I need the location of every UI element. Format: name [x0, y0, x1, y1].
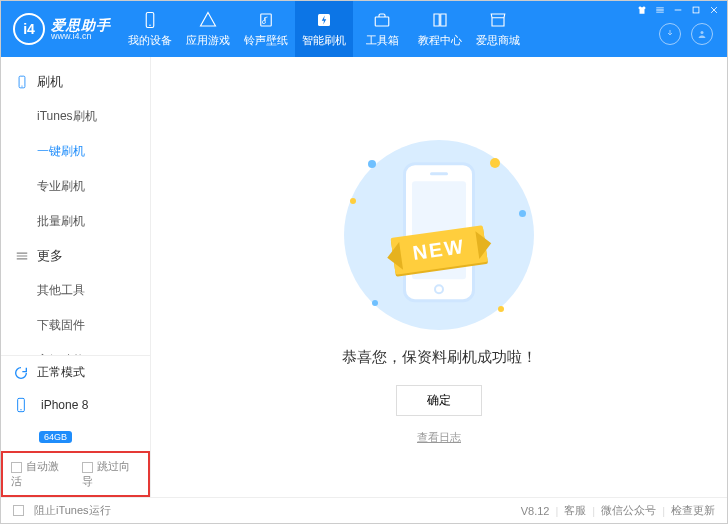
svg-point-11	[20, 409, 21, 410]
nav-my-device[interactable]: 我的设备	[121, 1, 179, 57]
nav-label: 智能刷机	[302, 33, 346, 48]
support-link[interactable]: 客服	[564, 503, 586, 518]
titlebar-shirt-icon[interactable]	[637, 5, 647, 15]
download-button[interactable]	[659, 23, 681, 45]
cat-label: 更多	[37, 247, 63, 265]
storage-badge: 64GB	[39, 431, 72, 443]
apps-icon	[199, 11, 217, 29]
menu-icon	[15, 249, 29, 263]
brand-url: www.i4.cn	[51, 32, 111, 41]
view-log-link[interactable]: 查看日志	[417, 430, 461, 445]
nav-label: 铃声壁纸	[244, 33, 288, 48]
sidebar-cat-flash: 刷机	[1, 65, 150, 99]
nav-toolbox[interactable]: 工具箱	[353, 1, 411, 57]
titlebar-minimize-icon[interactable]	[673, 5, 683, 15]
auto-activate-checkbox[interactable]: 自动激活	[11, 459, 70, 489]
device-name: iPhone 8	[41, 398, 88, 412]
music-icon	[257, 11, 275, 29]
nav-label: 爱思商城	[476, 33, 520, 48]
device-status[interactable]: iPhone 8 64GB	[1, 389, 150, 451]
wechat-link[interactable]: 微信公众号	[601, 503, 656, 518]
titlebar-close-icon[interactable]	[709, 5, 719, 15]
logo-icon: i4	[13, 13, 45, 45]
titlebar-maximize-icon[interactable]	[691, 5, 701, 15]
success-illustration: NEW	[344, 140, 534, 330]
sidebar-item-oneclick[interactable]: 一键刷机	[1, 134, 150, 169]
block-itunes-checkbox[interactable]: 阻止iTunes运行	[13, 503, 111, 518]
flash-icon	[315, 11, 333, 29]
nav-tutorial[interactable]: 教程中心	[411, 1, 469, 57]
ok-button[interactable]: 确定	[396, 385, 482, 416]
nav-flash[interactable]: 智能刷机	[295, 1, 353, 57]
svg-rect-1	[693, 7, 699, 13]
nav-label: 我的设备	[128, 33, 172, 48]
footer-label: 阻止iTunes运行	[34, 503, 111, 518]
skip-guide-checkbox[interactable]: 跳过向导	[82, 459, 141, 489]
sidebar-item-firmware[interactable]: 下载固件	[1, 308, 150, 343]
brand-name: 爱思助手	[51, 18, 111, 32]
sidebar-item-advanced[interactable]: 高级功能	[1, 343, 150, 355]
sidebar-item-pro[interactable]: 专业刷机	[1, 169, 150, 204]
phone-icon	[13, 397, 29, 413]
device-icon	[141, 11, 159, 29]
cat-label: 刷机	[37, 73, 63, 91]
mode-status[interactable]: 正常模式	[1, 356, 150, 389]
toolbox-icon	[373, 11, 391, 29]
svg-point-3	[149, 24, 151, 26]
nav-ringtones[interactable]: 铃声壁纸	[237, 1, 295, 57]
svg-point-9	[21, 86, 22, 87]
nav-label: 教程中心	[418, 33, 462, 48]
titlebar-menu-icon[interactable]	[655, 5, 665, 15]
nav-label: 应用游戏	[186, 33, 230, 48]
user-button[interactable]	[691, 23, 713, 45]
book-icon	[431, 11, 449, 29]
nav-store[interactable]: 爱思商城	[469, 1, 527, 57]
sidebar-item-batch[interactable]: 批量刷机	[1, 204, 150, 239]
check-update-link[interactable]: 检查更新	[671, 503, 715, 518]
svg-rect-4	[261, 14, 272, 26]
refresh-icon	[13, 365, 29, 381]
svg-rect-6	[375, 17, 389, 26]
svg-rect-0	[675, 10, 682, 11]
nav-apps[interactable]: 应用游戏	[179, 1, 237, 57]
top-nav: 我的设备 应用游戏 铃声壁纸 智能刷机 工具箱 教程中心	[121, 1, 653, 57]
app-logo: i4 爱思助手 www.i4.cn	[1, 13, 121, 45]
nav-label: 工具箱	[366, 33, 399, 48]
svg-point-7	[701, 31, 704, 34]
success-message: 恭喜您，保资料刷机成功啦！	[342, 348, 537, 367]
version-label: V8.12	[521, 505, 550, 517]
sidebar-item-other[interactable]: 其他工具	[1, 273, 150, 308]
store-icon	[489, 11, 507, 29]
phone-icon	[15, 75, 29, 89]
mode-label: 正常模式	[37, 364, 85, 381]
sidebar-item-itunes[interactable]: iTunes刷机	[1, 99, 150, 134]
sidebar-cat-more: 更多	[1, 239, 150, 273]
bottom-options-highlight: 自动激活 跳过向导	[1, 451, 150, 497]
